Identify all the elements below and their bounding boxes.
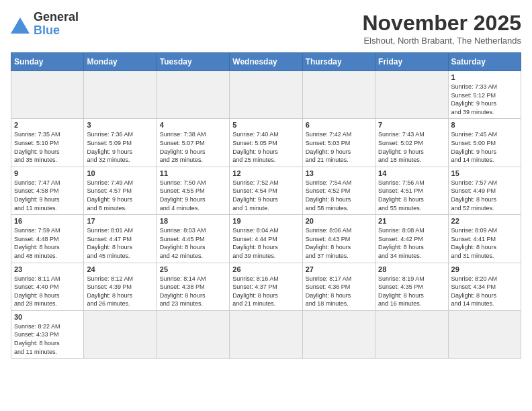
day-number: 25	[160, 265, 226, 273]
day-number: 14	[378, 169, 445, 177]
day-number: 27	[306, 265, 372, 273]
day-info: Sunrise: 8:09 AM Sunset: 4:41 PM Dayligh…	[451, 226, 518, 260]
calendar-cell	[84, 71, 157, 119]
day-info: Sunrise: 7:38 AM Sunset: 5:07 PM Dayligh…	[160, 130, 226, 164]
weekday-header-friday: Friday	[375, 53, 448, 71]
day-number: 22	[451, 217, 518, 225]
calendar-cell: 5Sunrise: 7:40 AM Sunset: 5:05 PM Daylig…	[230, 119, 302, 167]
weekday-header-row: SundayMondayTuesdayWednesdayThursdayFrid…	[11, 53, 521, 71]
calendar-cell: 18Sunrise: 8:03 AM Sunset: 4:45 PM Dayli…	[157, 215, 229, 263]
day-number: 12	[232, 169, 299, 177]
calendar-cell: 27Sunrise: 8:17 AM Sunset: 4:36 PM Dayli…	[302, 263, 375, 310]
day-number: 8	[451, 121, 518, 129]
calendar-cell: 3Sunrise: 7:36 AM Sunset: 5:09 PM Daylig…	[84, 119, 157, 167]
day-info: Sunrise: 8:17 AM Sunset: 4:36 PM Dayligh…	[306, 275, 372, 308]
day-info: Sunrise: 7:59 AM Sunset: 4:48 PM Dayligh…	[14, 226, 81, 260]
day-info: Sunrise: 7:49 AM Sunset: 4:57 PM Dayligh…	[87, 179, 153, 212]
day-info: Sunrise: 7:56 AM Sunset: 4:51 PM Dayligh…	[378, 179, 445, 212]
location: Elshout, North Brabant, The Netherlands	[362, 36, 521, 46]
day-info: Sunrise: 7:57 AM Sunset: 4:49 PM Dayligh…	[451, 179, 518, 212]
calendar-cell: 16Sunrise: 7:59 AM Sunset: 4:48 PM Dayli…	[11, 215, 84, 263]
calendar-cell: 8Sunrise: 7:45 AM Sunset: 5:00 PM Daylig…	[448, 119, 521, 167]
day-info: Sunrise: 7:47 AM Sunset: 4:58 PM Dayligh…	[14, 179, 81, 212]
calendar-table: SundayMondayTuesdayWednesdayThursdayFrid…	[11, 52, 521, 359]
calendar-cell: 26Sunrise: 8:16 AM Sunset: 4:37 PM Dayli…	[230, 263, 302, 310]
day-number: 10	[87, 169, 153, 177]
day-number: 11	[160, 169, 226, 177]
day-info: Sunrise: 7:50 AM Sunset: 4:55 PM Dayligh…	[160, 179, 226, 212]
day-info: Sunrise: 8:19 AM Sunset: 4:35 PM Dayligh…	[378, 275, 445, 308]
day-info: Sunrise: 7:45 AM Sunset: 5:00 PM Dayligh…	[451, 130, 518, 164]
day-number: 6	[306, 121, 372, 129]
day-number: 24	[87, 265, 153, 273]
day-number: 20	[306, 217, 372, 225]
day-info: Sunrise: 7:43 AM Sunset: 5:02 PM Dayligh…	[378, 130, 445, 164]
calendar-cell: 4Sunrise: 7:38 AM Sunset: 5:07 PM Daylig…	[157, 119, 229, 167]
day-number: 29	[451, 265, 518, 273]
calendar-cell: 13Sunrise: 7:54 AM Sunset: 4:52 PM Dayli…	[302, 167, 375, 214]
day-info: Sunrise: 8:08 AM Sunset: 4:42 PM Dayligh…	[378, 226, 445, 260]
calendar-cell: 14Sunrise: 7:56 AM Sunset: 4:51 PM Dayli…	[375, 167, 448, 214]
day-number: 3	[87, 121, 153, 129]
day-number: 4	[160, 121, 226, 129]
day-number: 16	[14, 217, 81, 225]
month-title: November 2025	[362, 11, 521, 36]
day-info: Sunrise: 8:20 AM Sunset: 4:34 PM Dayligh…	[451, 275, 518, 308]
day-number: 9	[14, 169, 81, 177]
day-number: 21	[378, 217, 445, 225]
day-info: Sunrise: 8:01 AM Sunset: 4:47 PM Dayligh…	[87, 226, 153, 260]
day-number: 17	[87, 217, 153, 225]
day-info: Sunrise: 8:03 AM Sunset: 4:45 PM Dayligh…	[160, 226, 226, 260]
calendar-cell	[157, 310, 229, 358]
calendar-cell	[448, 310, 521, 358]
calendar-cell: 12Sunrise: 7:52 AM Sunset: 4:54 PM Dayli…	[230, 167, 302, 214]
day-number: 23	[14, 265, 81, 273]
calendar-cell: 23Sunrise: 8:11 AM Sunset: 4:40 PM Dayli…	[11, 263, 84, 310]
day-number: 15	[451, 169, 518, 177]
day-info: Sunrise: 8:14 AM Sunset: 4:38 PM Dayligh…	[160, 275, 226, 308]
calendar-cell: 17Sunrise: 8:01 AM Sunset: 4:47 PM Dayli…	[84, 215, 157, 263]
calendar-cell	[375, 310, 448, 358]
calendar-cell: 10Sunrise: 7:49 AM Sunset: 4:57 PM Dayli…	[84, 167, 157, 214]
title-block: November 2025 Elshout, North Brabant, Th…	[362, 11, 521, 46]
day-info: Sunrise: 8:11 AM Sunset: 4:40 PM Dayligh…	[14, 275, 81, 308]
calendar-cell: 6Sunrise: 7:42 AM Sunset: 5:03 PM Daylig…	[302, 119, 375, 167]
day-number: 1	[451, 73, 518, 81]
calendar-cell: 24Sunrise: 8:12 AM Sunset: 4:39 PM Dayli…	[84, 263, 157, 310]
calendar-cell	[230, 71, 302, 119]
calendar-cell	[11, 71, 84, 119]
calendar-week-row: 2Sunrise: 7:35 AM Sunset: 5:10 PM Daylig…	[11, 119, 521, 167]
day-info: Sunrise: 7:36 AM Sunset: 5:09 PM Dayligh…	[87, 130, 153, 164]
weekday-header-wednesday: Wednesday	[230, 53, 302, 71]
calendar-cell	[302, 71, 375, 119]
weekday-header-monday: Monday	[84, 53, 157, 71]
calendar-cell: 28Sunrise: 8:19 AM Sunset: 4:35 PM Dayli…	[375, 263, 448, 310]
calendar-cell	[157, 71, 229, 119]
day-info: Sunrise: 8:16 AM Sunset: 4:37 PM Dayligh…	[232, 275, 299, 308]
day-info: Sunrise: 7:35 AM Sunset: 5:10 PM Dayligh…	[14, 130, 81, 164]
calendar-cell: 15Sunrise: 7:57 AM Sunset: 4:49 PM Dayli…	[448, 167, 521, 214]
calendar-cell: 1Sunrise: 7:33 AM Sunset: 5:12 PM Daylig…	[448, 71, 521, 119]
day-info: Sunrise: 7:42 AM Sunset: 5:03 PM Dayligh…	[306, 130, 372, 164]
day-number: 19	[232, 217, 299, 225]
day-info: Sunrise: 8:04 AM Sunset: 4:44 PM Dayligh…	[232, 226, 299, 260]
calendar-cell	[84, 310, 157, 358]
page-header: GeneralBlue November 2025 Elshout, North…	[11, 11, 521, 46]
day-number: 30	[14, 313, 81, 321]
calendar-week-row: 30Sunrise: 8:22 AM Sunset: 4:33 PM Dayli…	[11, 310, 521, 358]
calendar-cell: 2Sunrise: 7:35 AM Sunset: 5:10 PM Daylig…	[11, 119, 84, 167]
calendar-cell: 20Sunrise: 8:06 AM Sunset: 4:43 PM Dayli…	[302, 215, 375, 263]
weekday-header-tuesday: Tuesday	[157, 53, 229, 71]
calendar-cell: 19Sunrise: 8:04 AM Sunset: 4:44 PM Dayli…	[230, 215, 302, 263]
calendar-cell	[230, 310, 302, 358]
calendar-week-row: 1Sunrise: 7:33 AM Sunset: 5:12 PM Daylig…	[11, 71, 521, 119]
calendar-week-row: 16Sunrise: 7:59 AM Sunset: 4:48 PM Dayli…	[11, 215, 521, 263]
calendar-cell: 11Sunrise: 7:50 AM Sunset: 4:55 PM Dayli…	[157, 167, 229, 214]
day-number: 28	[378, 265, 445, 273]
calendar-cell: 30Sunrise: 8:22 AM Sunset: 4:33 PM Dayli…	[11, 310, 84, 358]
logo-icon	[11, 17, 30, 34]
day-number: 7	[378, 121, 445, 129]
day-number: 13	[306, 169, 372, 177]
calendar-cell	[375, 71, 448, 119]
calendar-cell: 29Sunrise: 8:20 AM Sunset: 4:34 PM Dayli…	[448, 263, 521, 310]
